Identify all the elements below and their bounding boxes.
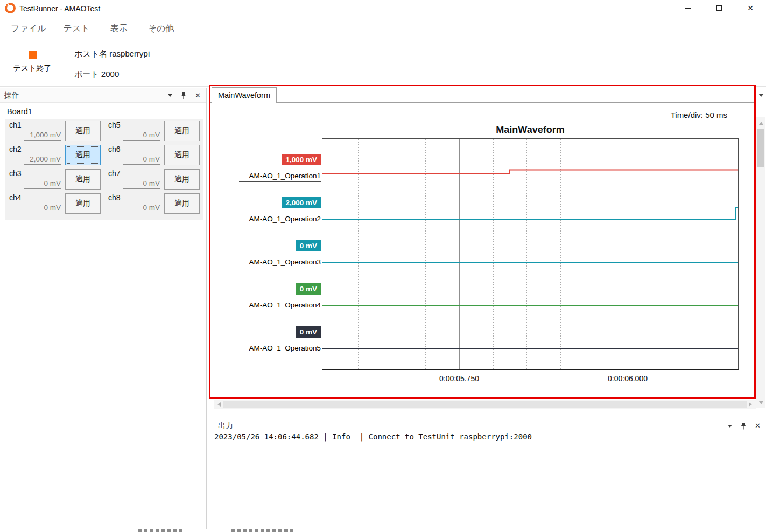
clipped-ui-fragment (231, 529, 293, 532)
lane-label-op4: AM-AO_1_Operation4 (239, 301, 321, 311)
lane-label-op5: AM-AO_1_Operation5 (239, 344, 321, 354)
channel-name: ch7 (108, 169, 121, 178)
value-badge-op2: 2,000 mV (282, 197, 321, 208)
scroll-left-button[interactable] (214, 400, 222, 409)
value-badge-op1: 1,000 mV (282, 154, 321, 165)
apply-button-ch8[interactable]: 適用 (164, 193, 200, 214)
apply-button-ch7[interactable]: 適用 (164, 169, 200, 190)
menu-test[interactable]: テスト (64, 23, 90, 34)
pin-icon[interactable] (740, 422, 747, 430)
apply-button-ch3[interactable]: 適用 (65, 169, 101, 190)
channel-ch6: ch6 0 mV 適用 (104, 144, 203, 169)
output-pane: 出力 ✕ 2023/05/26 14:06:44.682 | Info | Co… (209, 418, 766, 532)
apply-button-ch5[interactable]: 適用 (164, 121, 200, 141)
operations-panel: 操作 ✕ Board1 ch1 1,000 mV 適用 ch2 2,000 mV… (0, 88, 207, 529)
apply-button-ch6[interactable]: 適用 (164, 145, 200, 165)
trace-op2 (322, 207, 738, 219)
scroll-down-button[interactable] (756, 399, 765, 408)
vertical-scrollbar[interactable] (756, 117, 765, 408)
scroll-left-icon (215, 402, 221, 407)
scroll-up-icon (759, 120, 763, 125)
channel-ch8: ch8 0 mV 適用 (104, 193, 203, 217)
close-button[interactable]: ✕ (735, 0, 766, 16)
waveform-plot[interactable] (322, 138, 739, 370)
channel-name: ch8 (108, 193, 121, 202)
channel-name: ch5 (108, 121, 121, 129)
pane-options-triangle-icon (758, 94, 764, 100)
port-label: ポート 2000 (74, 69, 119, 80)
close-icon: ✕ (747, 4, 754, 12)
channel-ch2: ch2 2,000 mV 適用 (5, 144, 104, 169)
window-controls: ✕ (672, 0, 766, 16)
apply-button-ch1[interactable]: 適用 (65, 121, 101, 141)
stop-square-icon (29, 51, 37, 59)
channel-name: ch6 (108, 145, 121, 153)
channel-value-field-ch4[interactable]: 0 mV (24, 204, 61, 213)
channel-name: ch4 (9, 193, 22, 202)
operations-panel-title: 操作 (4, 90, 19, 100)
title-bar: TestRunner - AMAOTest ✕ (0, 0, 766, 16)
channel-ch4: ch4 0 mV 適用 (5, 193, 104, 217)
channel-name: ch2 (9, 145, 22, 153)
lane-label-op2: AM-AO_1_Operation2 (239, 215, 321, 225)
horizontal-scrollbar[interactable] (214, 400, 756, 409)
menu-other[interactable]: その他 (148, 23, 174, 34)
output-panel-header: 出力 ✕ (209, 418, 766, 433)
waveform-tabstrip: MainWaveform (210, 86, 754, 103)
value-badge-op5: 0 mV (296, 326, 321, 338)
timediv-label: Time/div: 50 ms (671, 110, 727, 120)
chart-title: MainWaveform (322, 124, 739, 136)
menu-view[interactable]: 表示 (110, 23, 128, 34)
lane-label-op3: AM-AO_1_Operation3 (239, 258, 321, 268)
channel-value-field-ch5[interactable]: 0 mV (123, 131, 160, 141)
channel-value-field-ch1[interactable]: 1,000 mV (24, 131, 61, 141)
scroll-down-icon (759, 401, 763, 407)
channel-value-field-ch2[interactable]: 2,000 mV (24, 155, 61, 165)
operations-panel-header: 操作 ✕ (0, 88, 206, 103)
scroll-right-icon (749, 402, 754, 407)
channel-name: ch3 (9, 169, 22, 178)
vertical-scroll-thumb[interactable] (757, 129, 764, 167)
board-label: Board1 (7, 107, 32, 116)
apply-button-ch2[interactable]: 適用 (65, 145, 101, 165)
clipped-ui-fragment (138, 529, 182, 532)
pane-options-icon[interactable] (757, 90, 765, 99)
stop-test-button[interactable]: テスト終了 (8, 43, 57, 81)
panel-menu-chevron-icon[interactable] (728, 425, 732, 430)
channel-name: ch1 (9, 121, 22, 129)
window-title: TestRunner - AMAOTest (19, 4, 100, 13)
channel-ch3: ch3 0 mV 適用 (5, 169, 104, 193)
tab-mainwaveform[interactable]: MainWaveform (212, 87, 277, 103)
panel-menu-chevron-icon[interactable] (168, 94, 172, 99)
output-panel-title: 出力 (218, 421, 233, 431)
channel-ch5: ch5 0 mV 適用 (104, 120, 203, 144)
pin-icon[interactable] (180, 92, 187, 99)
channel-ch1: ch1 1,000 mV 適用 (5, 120, 104, 144)
menu-bar: ファイル テスト 表示 その他 (0, 19, 174, 38)
apply-button-ch4[interactable]: 適用 (65, 193, 101, 214)
x-tick-2: 0:00:06.000 (595, 374, 660, 383)
host-label: ホスト名 raspberrypi (74, 49, 150, 59)
value-badge-op4: 0 mV (296, 283, 321, 295)
minimize-icon (685, 8, 691, 9)
lane-label-op1: AM-AO_1_Operation1 (239, 172, 321, 182)
minimize-button[interactable] (672, 0, 704, 16)
trace-op1 (322, 170, 738, 174)
scroll-right-button[interactable] (747, 400, 756, 409)
panel-close-icon[interactable]: ✕ (195, 92, 201, 99)
panel-close-icon[interactable]: ✕ (755, 422, 761, 429)
channel-value-field-ch6[interactable]: 0 mV (123, 155, 160, 165)
menu-file[interactable]: ファイル (11, 23, 46, 34)
value-badge-op3: 0 mV (296, 240, 321, 251)
channel-value-field-ch3[interactable]: 0 mV (24, 179, 61, 189)
channel-value-field-ch7[interactable]: 0 mV (123, 179, 160, 189)
horizontal-scroll-thumb[interactable] (223, 401, 747, 408)
scroll-up-button[interactable] (756, 117, 765, 127)
stop-test-label: テスト終了 (13, 64, 52, 73)
log-line: 2023/05/26 14:06:44.682 | Info | Connect… (214, 432, 532, 441)
waveform-pane: MainWaveform Time/div: 50 ms MainWavefor… (209, 85, 756, 399)
maximize-icon (716, 5, 722, 11)
maximize-button[interactable] (704, 0, 735, 16)
app-logo-icon (5, 3, 16, 13)
channel-value-field-ch8[interactable]: 0 mV (123, 204, 160, 213)
